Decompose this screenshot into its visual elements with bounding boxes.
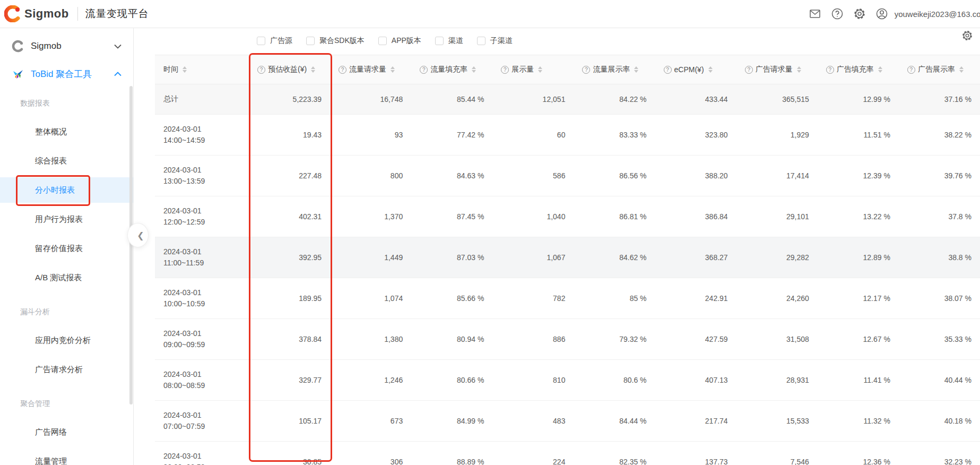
help-circle-icon[interactable]: ? — [664, 66, 672, 74]
value-cell: 386.84 — [655, 212, 736, 221]
value-cell: 12.17 % — [818, 294, 899, 303]
sidebar-item[interactable]: 用户行为报表 — [0, 206, 133, 232]
column-settings-icon[interactable] — [961, 30, 973, 41]
filter-checkbox[interactable]: 子渠道 — [477, 36, 513, 46]
help-circle-icon[interactable]: ? — [907, 66, 915, 74]
total-value-cell: 12,051 — [492, 95, 574, 104]
total-value-cell: 5,223.39 — [249, 95, 330, 104]
value-cell: 886 — [492, 335, 574, 343]
checkbox-box-icon[interactable] — [477, 37, 485, 45]
column-header[interactable]: ?广告请求量 — [736, 65, 818, 74]
user-email[interactable]: youweikeji2023@163.com — [895, 10, 980, 19]
topbar-brand-group: Sigmob 流量变现平台 — [0, 5, 149, 22]
column-header[interactable]: ?流量填充率 — [411, 65, 492, 74]
chevron-left-icon: ❮ — [137, 230, 144, 240]
filter-checkbox[interactable]: 聚合SDK版本 — [306, 36, 365, 46]
help-circle-icon[interactable]: ? — [745, 66, 753, 74]
value-cell: 483 — [492, 417, 574, 425]
time-cell: 2024-03-0110:00~10:59 — [155, 287, 249, 309]
sidebar-collapse-button[interactable]: ❮ — [127, 223, 149, 247]
sidebar-item[interactable]: 留存价值报表 — [0, 236, 133, 261]
value-cell: 17,414 — [736, 171, 818, 180]
sidebar-item-active[interactable]: 分小时报表 — [0, 177, 133, 203]
total-value-cell: 85.44 % — [411, 95, 492, 104]
column-header[interactable]: ?预估收益(¥) — [249, 65, 330, 74]
sidebar-section-items: 应用内竞价分析广告请求分析 — [0, 328, 133, 382]
value-cell: 11.32 % — [818, 417, 899, 425]
table-total-row: 总计5,223.3916,74885.44 %12,05184.22 %433.… — [155, 84, 980, 115]
sidebar-item[interactable]: 整体概况 — [0, 119, 133, 144]
sidebar-item[interactable]: 综合报表 — [0, 148, 133, 174]
table-row: 2024-03-0108:00~08:59329.771,24680.66 %8… — [155, 360, 980, 401]
column-header[interactable]: ?广告展示率 — [899, 65, 980, 74]
sidebar-account-switcher[interactable]: Sigmob — [0, 38, 133, 54]
mail-icon[interactable] — [809, 7, 821, 20]
value-cell: 19.43 — [249, 131, 330, 139]
sidebar-item[interactable]: A/B 测试报表 — [0, 265, 133, 290]
help-circle-icon[interactable]: ? — [582, 66, 590, 74]
time-cell: 2024-03-0109:00~09:59 — [155, 328, 249, 350]
sidebar-item[interactable]: 应用内竞价分析 — [0, 328, 133, 353]
checkbox-box-icon[interactable] — [306, 37, 315, 45]
sidebar-item[interactable]: 广告请求分析 — [0, 357, 133, 382]
sort-down-caret — [708, 70, 713, 73]
gear-icon[interactable] — [853, 7, 866, 20]
filter-checkbox[interactable]: 渠道 — [435, 36, 463, 46]
time-cell-date: 2024-03-01 — [163, 369, 240, 380]
help-icon[interactable] — [831, 7, 844, 20]
filter-checkbox[interactable]: APP版本 — [378, 36, 421, 46]
column-header[interactable]: ?展示量 — [492, 65, 574, 74]
sort-carets-icon[interactable] — [391, 66, 395, 73]
total-label-cell: 总计 — [155, 94, 249, 104]
sort-carets-icon[interactable] — [311, 66, 315, 73]
help-circle-icon[interactable]: ? — [257, 66, 265, 74]
column-header[interactable]: 时间 — [155, 65, 249, 74]
time-cell-date: 2024-03-01 — [163, 410, 240, 421]
value-cell: 24,260 — [736, 294, 818, 303]
dimension-filter-row: 广告源聚合SDK版本APP版本渠道子渠道 — [134, 28, 980, 54]
user-icon[interactable] — [875, 7, 888, 20]
help-circle-icon[interactable]: ? — [826, 66, 834, 74]
chevron-up-icon — [114, 70, 122, 78]
filter-checkbox[interactable]: 广告源 — [257, 36, 292, 46]
value-cell: 80.6 % — [574, 376, 655, 384]
help-circle-icon[interactable]: ? — [420, 66, 428, 74]
table-row: 2024-03-0109:00~09:59378.841,38080.94 %8… — [155, 319, 980, 360]
checkbox-box-icon[interactable] — [435, 37, 444, 45]
value-cell: 673 — [330, 417, 411, 425]
sort-carets-icon[interactable] — [797, 66, 801, 73]
value-cell: 402.31 — [249, 212, 330, 221]
table-row: 2024-03-0114:00~14:5919.439377.42 %6083.… — [155, 115, 980, 156]
table-row: 2024-03-0110:00~10:59189.951,07485.66 %7… — [155, 278, 980, 319]
sort-carets-icon[interactable] — [959, 66, 964, 73]
sidebar-section-items: 广告网络流量管理 — [0, 419, 133, 465]
sort-carets-icon[interactable] — [634, 66, 638, 73]
column-header[interactable]: ?广告填充率 — [818, 65, 899, 74]
checkbox-box-icon[interactable] — [257, 37, 265, 45]
sort-carets-icon[interactable] — [183, 66, 187, 73]
column-header[interactable]: ?eCPM(¥) — [655, 65, 736, 74]
sidebar-item[interactable]: 流量管理 — [0, 449, 133, 465]
value-cell: 88.89 % — [411, 458, 492, 465]
chevron-down-icon — [114, 42, 122, 50]
sort-carets-icon[interactable] — [472, 66, 476, 73]
sidebar-tool-switcher[interactable]: ToBid 聚合工具 — [0, 66, 133, 82]
sidebar-item[interactable]: 广告网络 — [0, 419, 133, 445]
column-header[interactable]: ?流量展示率 — [574, 65, 655, 74]
sort-down-caret — [797, 70, 801, 73]
sort-down-caret — [183, 70, 187, 73]
time-cell: 2024-03-0114:00~14:59 — [155, 124, 249, 146]
value-cell: 1,074 — [330, 294, 411, 303]
time-cell-hours: 09:00~09:59 — [163, 339, 240, 350]
value-cell: 800 — [330, 171, 411, 180]
help-circle-icon[interactable]: ? — [501, 66, 509, 74]
sort-up-caret — [708, 66, 713, 69]
value-cell: 86.56 % — [574, 171, 655, 180]
sort-carets-icon[interactable] — [538, 66, 542, 73]
help-circle-icon[interactable]: ? — [339, 66, 346, 74]
column-header[interactable]: ?流量请求量 — [330, 65, 411, 74]
value-cell: 1,449 — [330, 253, 411, 262]
checkbox-box-icon[interactable] — [378, 37, 387, 45]
sort-carets-icon[interactable] — [878, 66, 882, 73]
sort-carets-icon[interactable] — [708, 66, 713, 73]
